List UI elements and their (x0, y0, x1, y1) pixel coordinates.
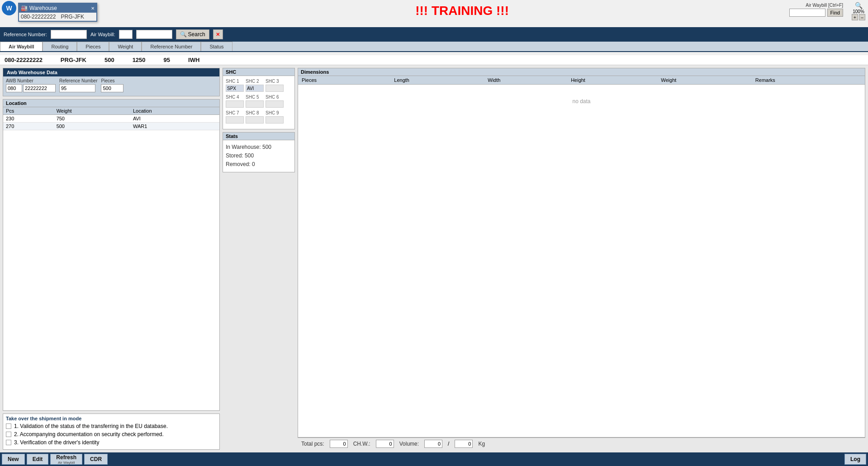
location-cell-weight: 750 (54, 115, 130, 123)
stats-removed: Removed: 0 (226, 160, 292, 169)
air-waybill-label: Air Waybill: (90, 32, 115, 37)
total-pcs-label: Total pcs: (301, 441, 324, 447)
zoom-icon[interactable]: 🔍 (855, 2, 863, 9)
shc-4-input[interactable] (226, 100, 244, 108)
shc-group-7: SHC 7 (226, 110, 244, 124)
dim-col-width: Width (484, 76, 567, 85)
tab-routing[interactable]: Routing (43, 42, 77, 51)
checkbox-3[interactable] (6, 440, 11, 445)
shc-1-label: SHC 1 (226, 79, 244, 84)
new-button[interactable]: New (2, 454, 25, 465)
dimensions-header: Dimensions (298, 68, 865, 76)
shc-3-input[interactable] (266, 85, 284, 92)
chw-input[interactable] (376, 440, 394, 448)
checkbox-1[interactable] (6, 423, 11, 429)
awb-info-routing: PRG-JFK (61, 57, 86, 63)
dimensions-box: Dimensions Pieces Length Width Height We… (298, 68, 865, 437)
search-button[interactable]: 🔍 Search (176, 29, 209, 39)
dim-col-length: Length (390, 76, 484, 85)
tabs-row: Air Waybill Routing Pieces Weight Refere… (0, 42, 868, 52)
ref-number-field[interactable] (59, 84, 95, 92)
shc-5-label: SHC 5 (246, 95, 264, 100)
stats-body: In Warehouse: 500 Stored: 500 Removed: 0 (223, 140, 294, 172)
awb-info-reference: 95 (164, 57, 170, 63)
air-waybill-search-input[interactable] (789, 9, 825, 17)
zoom-in-button[interactable]: + (852, 14, 858, 20)
tab-status[interactable]: Status (201, 42, 232, 51)
shc-body: SHC 1 SHC 2 SHC 3 SHC 4 (223, 76, 294, 129)
find-button[interactable]: Find (827, 9, 843, 17)
takeover-title: Take over the shipment in mode (6, 416, 217, 421)
tab-air-waybill[interactable]: Air Waybill (0, 42, 43, 51)
volume-slash: / (448, 441, 449, 447)
shc-5-input[interactable] (246, 100, 264, 108)
location-cell-pcs: 270 (3, 123, 54, 130)
tab-pieces[interactable]: Pieces (77, 42, 109, 51)
volume-label: Volume: (399, 441, 419, 447)
cdr-button[interactable]: CDR (84, 454, 108, 465)
shc-group-3: SHC 3 (266, 79, 284, 92)
awb-suffix-input[interactable] (23, 84, 56, 92)
shc-box: SHC SHC 1 SHC 2 SHC 3 (223, 68, 295, 129)
dim-col-height: Height (567, 76, 657, 85)
shc-row-2: SHC 4 SHC 5 SHC 6 (226, 95, 292, 108)
shc-6-label: SHC 6 (266, 95, 284, 100)
shc-7-input[interactable] (226, 116, 244, 124)
warehouse-icon: 🏭 (21, 5, 28, 11)
shc-header: SHC (223, 68, 294, 76)
awb-prefix-input[interactable] (6, 84, 22, 92)
window-title: Warehouse (29, 5, 57, 11)
shc-2-input[interactable] (246, 85, 264, 92)
shc-group-4: SHC 4 (226, 95, 244, 108)
no-data-cell: no data (298, 85, 865, 119)
shc-row-3: SHC 7 SHC 8 SHC 9 (226, 110, 292, 124)
log-button[interactable]: Log (844, 454, 866, 465)
total-pcs-input[interactable] (330, 440, 348, 448)
shc-group-6: SHC 6 (266, 95, 284, 108)
location-header: Location (3, 100, 219, 107)
zoom-out-button[interactable]: – (859, 14, 865, 20)
shc-4-label: SHC 4 (226, 95, 244, 100)
shc-group-1: SHC 1 (226, 79, 244, 92)
dim-col-pieces: Pieces (298, 76, 390, 85)
stats-header: Stats (223, 133, 294, 140)
ref-number-label: Reference Number: (4, 32, 47, 37)
location-box: Location Pcs Weight Location 230750AVI27… (3, 99, 220, 411)
checkbox-2[interactable] (6, 432, 11, 437)
checklist-item-1: 1. Validation of the status of the trans… (6, 423, 217, 429)
window-close-button[interactable]: ✕ (91, 6, 95, 11)
awb-info-status: IWH (188, 57, 199, 63)
awb-number-label: AWB Number (6, 78, 56, 83)
location-cell-pcs: 230 (3, 115, 54, 123)
edit-button[interactable]: Edit (27, 454, 49, 465)
tab-reference-number[interactable]: Reference Number (142, 42, 201, 51)
refresh-button[interactable]: Refresh Air Waybill (50, 454, 82, 465)
right-panel: Dimensions Pieces Length Width Height We… (298, 68, 865, 450)
search-icon: 🔍 (180, 31, 187, 38)
chw-label: CH.W.: (353, 441, 370, 447)
volume-input-1[interactable] (424, 440, 442, 448)
shc-1-input[interactable] (226, 85, 244, 92)
shc-9-input[interactable] (266, 116, 284, 124)
location-table: Pcs Weight Location 230750AVI270500WAR1 (3, 107, 219, 130)
awb-info-row: 080-22222222 PRG-JFK 500 1250 95 IWH (0, 55, 868, 65)
zoom-controls: 🔍 100% + – (852, 2, 865, 20)
location-col-location: Location (130, 107, 219, 115)
volume-input-2[interactable] (455, 440, 473, 448)
clear-button[interactable]: ✕ (213, 29, 223, 39)
stats-stored: Stored: 500 (226, 152, 292, 160)
shc-6-input[interactable] (266, 100, 284, 108)
air-waybill-controls: Air Waybill [Ctrl+F] Find (789, 3, 843, 17)
shc-8-label: SHC 8 (246, 110, 264, 115)
ref-number-input[interactable] (51, 30, 87, 39)
tab-weight[interactable]: Weight (109, 42, 142, 51)
main-toolbar: Reference Number: Air Waybill: 🔍 Search … (0, 27, 868, 42)
pieces-field[interactable] (101, 84, 123, 92)
shc-8-input[interactable] (246, 116, 264, 124)
shc-7-label: SHC 7 (226, 110, 244, 115)
shc-group-2: SHC 2 (246, 79, 264, 92)
ref-number-group: Reference Number (59, 78, 97, 92)
air-waybill-prefix-input[interactable] (119, 30, 133, 39)
shc-9-label: SHC 9 (266, 110, 284, 115)
air-waybill-suffix-input[interactable] (136, 30, 172, 39)
